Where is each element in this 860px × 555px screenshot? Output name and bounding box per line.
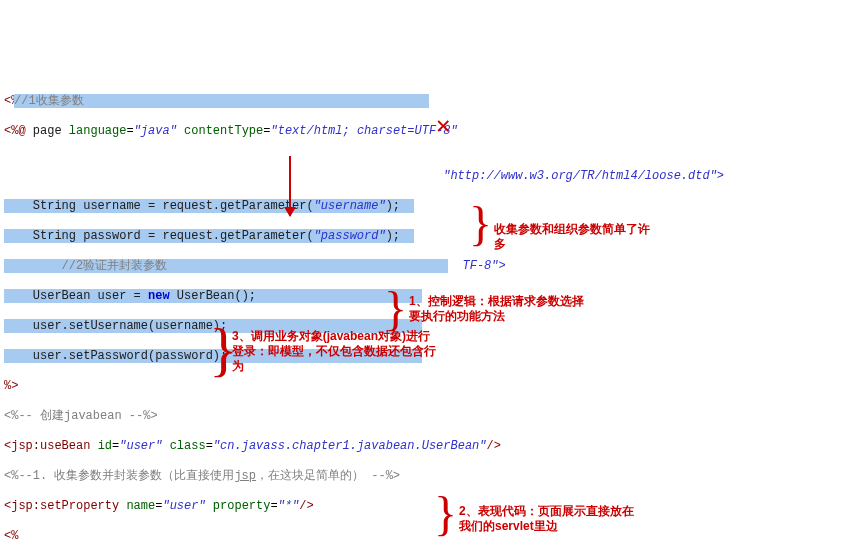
arrow-down-icon xyxy=(289,156,291,216)
annotation-1: 收集参数和组织参数简单了许多 xyxy=(494,222,654,252)
code-line: <jsp:setProperty name="user" property="*… xyxy=(4,499,856,514)
code-line: <%-- 创建javabean --%> xyxy=(4,409,856,424)
annotation-2: 1、控制逻辑：根据请求参数选择要执行的功能方法 xyxy=(409,294,589,324)
code-line: <% xyxy=(4,529,856,544)
highlighted-old-code: //1收集参数 xyxy=(14,94,429,109)
code-comment: //1收集参数 xyxy=(14,94,84,108)
code-line: <%@ page language="java" contentType="te… xyxy=(4,124,856,139)
code-line: String username = request.getParameter("… xyxy=(4,199,856,214)
brace-icon: } xyxy=(469,224,492,245)
code-line: <%--1. 收集参数并封装参数（比直接使用jsp，在这块足简单的） --%> xyxy=(4,469,856,484)
brace-icon: } xyxy=(434,514,457,535)
code-line: String password = request.getParameter("… xyxy=(4,229,856,244)
code-line: <jsp:useBean id="user" class="cn.javass.… xyxy=(4,439,856,454)
code-line: "http://www.w3.org/TR/html4/loose.dtd"> xyxy=(436,169,856,184)
annotation-4: 2、表现代码：页面展示直接放在我们的servlet里边 xyxy=(459,504,639,534)
code-line: %> xyxy=(4,379,856,394)
code-viewer: <%@page import="cn.javass.chapter1.javab… xyxy=(4,64,856,555)
code-line: //2验证并封装参数 TF-8"> xyxy=(4,259,856,274)
brace-icon: } xyxy=(384,309,407,330)
x-mark-icon: ✕ xyxy=(436,119,450,134)
annotation-3: 3、调用业务对象(javabean对象)进行登录：即模型，不仅包含数据还包含行为 xyxy=(232,329,442,374)
